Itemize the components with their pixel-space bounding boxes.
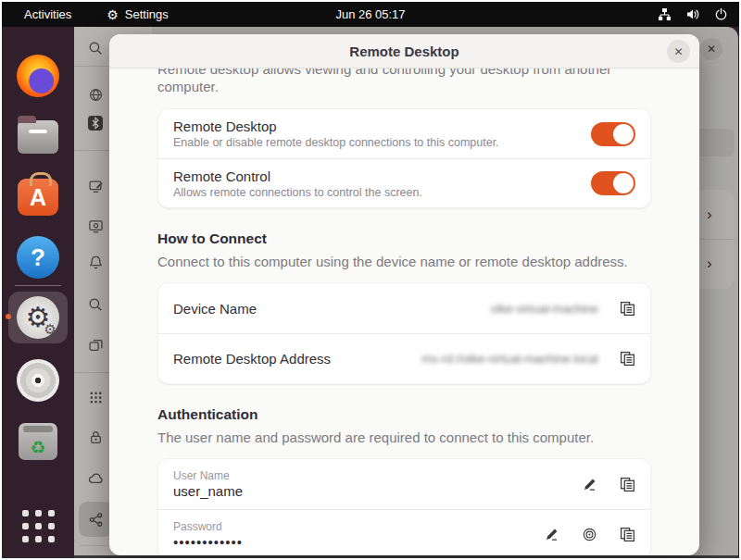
authentication-description: The user name and password are required … [157, 429, 651, 445]
volume-icon [685, 7, 700, 21]
copy-icon [620, 301, 635, 317]
question-glyph: ? [31, 243, 45, 272]
authentication-heading: Authentication [157, 406, 651, 423]
sidebar-item-displays[interactable] [87, 218, 104, 234]
power-icon [714, 7, 728, 21]
copy-username-button[interactable] [619, 476, 635, 492]
username-value[interactable]: user_name [173, 483, 570, 499]
sidebar-item-bluetooth[interactable] [87, 115, 104, 131]
how-to-connect-heading: How to Connect [157, 230, 651, 247]
device-name-label: Device Name [173, 301, 491, 317]
chevron-right-icon: › [707, 205, 712, 224]
folder-icon [18, 120, 58, 154]
toggle-knob [613, 173, 634, 193]
help-question-icon: ? [17, 236, 59, 279]
address-row: Remote Desktop Address ms-rd://olke-virt… [158, 333, 650, 383]
device-name-row: Device Name olke-virtual-machine [158, 283, 650, 333]
screenshot-frame: Activities ⚙ Settings Jun 26 05:17 A ? ⚙… [0, 0, 741, 560]
address-value: ms-rd://olke-virtual-machine.local [421, 352, 598, 366]
pencil-icon [544, 527, 559, 542]
copy-device-name-button[interactable] [619, 300, 635, 317]
password-row: Password •••••••••••• [158, 509, 650, 555]
sidebar-search-icon[interactable] [87, 40, 104, 56]
toggles-card: Remote Desktop Enable or disable remote … [157, 108, 651, 208]
sidebar-item-applications[interactable] [87, 389, 104, 405]
sidebar-item-multitasking[interactable] [87, 337, 104, 354]
close-icon: ✕ [673, 45, 683, 58]
remote-desktop-title: Remote Desktop [173, 118, 591, 134]
remote-control-title: Remote Control [173, 168, 591, 184]
sidebar-item-notifications[interactable] [87, 254, 104, 270]
copy-address-button[interactable] [619, 351, 635, 367]
dialog-body: Remote desktop allows viewing and contro… [109, 68, 699, 555]
sidebar-item-appearance[interactable] [87, 178, 104, 194]
copy-icon [620, 477, 635, 492]
trash-bin-icon: ♻ [19, 423, 57, 460]
firefox-logo [17, 55, 59, 97]
recycle-glyph: ♻ [30, 437, 45, 460]
copy-password-button[interactable] [619, 527, 635, 543]
close-icon: ✕ [707, 43, 716, 56]
remote-desktop-row: Remote Desktop Enable or disable remote … [158, 109, 650, 158]
remote-desktop-toggle[interactable] [591, 122, 635, 146]
device-name-value: olke-virtual-machine [491, 302, 598, 316]
chevron-right-icon: › [707, 255, 712, 273]
dock-software-icon[interactable]: A [16, 175, 60, 219]
dialog-close-button[interactable]: ✕ [667, 40, 690, 63]
status-area[interactable] [658, 7, 728, 21]
reveal-password-button[interactable] [581, 527, 597, 543]
focused-app-menu[interactable]: ⚙ Settings [107, 7, 169, 21]
remote-control-toggle[interactable] [591, 171, 635, 195]
dock-separator [15, 285, 61, 286]
top-bar: Activities ⚙ Settings Jun 26 05:17 [2, 2, 739, 27]
sidebar-item-sharing[interactable] [87, 511, 104, 528]
activities-button[interactable]: Activities [24, 7, 71, 21]
software-bag-icon: A [18, 179, 58, 216]
small-gear-glyph: ⚙ [44, 322, 57, 336]
desktop: Activities ⚙ Settings Jun 26 05:17 A ? ⚙… [2, 2, 739, 558]
dock-trash-icon[interactable]: ♻ [16, 419, 60, 464]
dock-firefox-icon[interactable] [16, 54, 60, 98]
remote-desktop-subtitle: Enable or disable remote desktop connect… [173, 136, 591, 149]
copy-icon [620, 351, 635, 367]
sidebar-item-network[interactable] [87, 86, 104, 103]
authentication-card: User Name user_name Password [157, 458, 651, 555]
connect-card: Device Name olke-virtual-machine Remote … [157, 282, 651, 384]
edit-username-button[interactable] [581, 476, 597, 492]
remote-control-subtitle: Allows remote connections to control the… [173, 186, 591, 199]
focused-app-label: Settings [125, 7, 169, 21]
intro-clip: Remote desktop allows viewing and contro… [157, 68, 651, 96]
gear-icon: ⚙ [107, 8, 119, 21]
dock-app-grid-button[interactable] [16, 504, 60, 548]
edit-password-button[interactable] [543, 527, 559, 543]
toggle-knob [613, 124, 634, 144]
running-indicator-dot [6, 314, 11, 319]
username-label: User Name [173, 469, 570, 482]
sidebar-item-online-accounts[interactable] [87, 469, 104, 486]
dialog-title: Remote Desktop [349, 44, 458, 59]
copy-icon [620, 527, 635, 542]
password-label: Password [173, 520, 532, 533]
username-row: User Name user_name [158, 459, 650, 509]
dialog-description: Remote desktop allows viewing and contro… [157, 68, 651, 95]
dock-help-icon[interactable]: ? [16, 235, 60, 280]
dock: A ? ⚙ ⚙ ♻ [2, 27, 74, 558]
sidebar-item-privacy[interactable] [87, 429, 104, 445]
eye-icon [582, 527, 597, 542]
dock-settings-icon[interactable]: ⚙ ⚙ [16, 295, 60, 340]
gears-icon: ⚙ ⚙ [17, 296, 59, 339]
address-label: Remote Desktop Address [173, 351, 421, 367]
password-value[interactable]: •••••••••••• [173, 534, 532, 550]
window-close-button[interactable]: ✕ [700, 38, 722, 60]
remote-control-row: Remote Control Allows remote connections… [158, 158, 650, 207]
clock[interactable]: Jun 26 05:17 [335, 7, 405, 21]
app-grid-icon [22, 510, 55, 542]
how-to-connect-description: Connect to this computer using the devic… [157, 254, 651, 269]
dialog-header: Remote Desktop ✕ [109, 34, 699, 68]
pencil-icon [582, 477, 597, 492]
network-icon [658, 7, 672, 21]
dock-files-icon[interactable] [16, 115, 60, 159]
disc-icon [17, 359, 59, 402]
dock-media-icon[interactable] [16, 358, 60, 403]
sidebar-item-search-settings[interactable] [87, 296, 104, 313]
